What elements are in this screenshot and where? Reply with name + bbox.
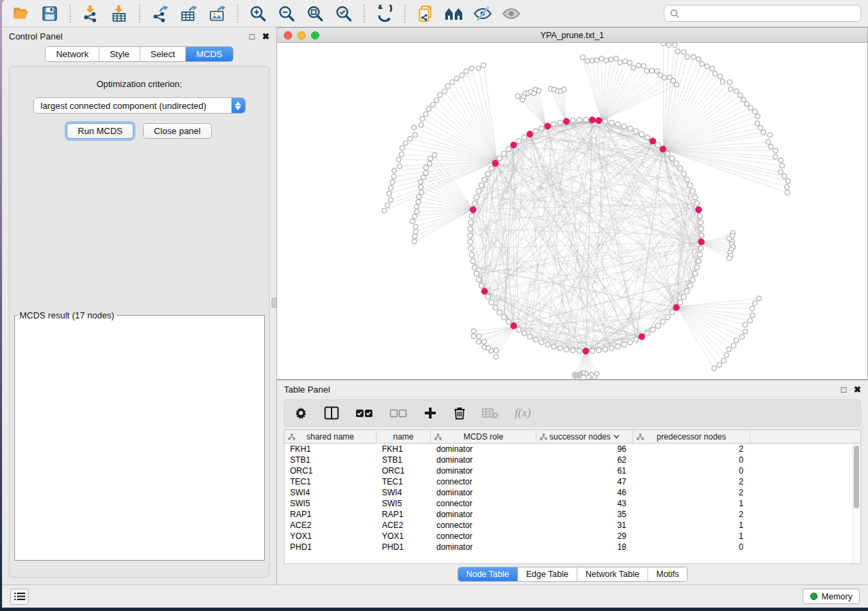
zoom-fit-icon[interactable] [303, 3, 327, 24]
graph-node[interactable] [645, 68, 649, 73]
graph-node[interactable] [726, 347, 731, 352]
graph-node[interactable] [727, 80, 732, 84]
graph-node[interactable] [748, 318, 752, 323]
graph-node[interactable] [773, 148, 778, 153]
graph-node[interactable] [493, 305, 498, 310]
tab-style[interactable]: Style [99, 47, 140, 61]
network-window-titlebar[interactable]: YPA_prune.txt_1 [277, 28, 867, 43]
graph-node[interactable] [766, 139, 771, 144]
graph-node[interactable] [698, 220, 704, 225]
export-network-icon[interactable] [148, 3, 172, 24]
graph-node[interactable] [551, 344, 557, 350]
graph-node[interactable] [528, 334, 533, 340]
graph-node[interactable] [645, 135, 650, 140]
graph-node[interactable] [577, 118, 582, 123]
graph-node[interactable] [700, 61, 705, 66]
add-column-icon[interactable] [423, 405, 437, 421]
graph-node[interactable] [690, 188, 696, 194]
graph-node[interactable] [705, 64, 709, 69]
graph-node[interactable] [639, 131, 645, 137]
network-canvas[interactable] [277, 43, 867, 379]
graph-node[interactable] [468, 233, 473, 238]
graph-node[interactable] [590, 59, 594, 63]
graph-node[interactable] [506, 319, 511, 325]
run-mcds-button[interactable]: Run MCDS [67, 123, 133, 139]
graph-node[interactable] [590, 348, 595, 354]
graph-node[interactable] [748, 105, 753, 110]
graph-node[interactable] [654, 69, 659, 73]
graph-node[interactable] [722, 359, 726, 363]
graph-node[interactable] [681, 171, 687, 177]
graph-node[interactable] [670, 310, 675, 316]
split-view-icon[interactable] [324, 405, 339, 421]
graph-node[interactable] [419, 190, 424, 195]
graph-node[interactable] [577, 348, 582, 354]
graph-node[interactable] [767, 133, 772, 137]
graph-node[interactable] [649, 68, 654, 73]
graph-node[interactable] [602, 119, 608, 125]
graph-node[interactable] [412, 239, 417, 244]
graph-node[interactable] [734, 337, 739, 342]
graph-node[interactable] [558, 346, 563, 351]
graph-node[interactable] [670, 156, 675, 161]
graph-node[interactable] [685, 177, 690, 182]
search-input[interactable] [684, 9, 855, 18]
graph-node[interactable] [482, 340, 487, 344]
column-settings-icon[interactable] [294, 405, 308, 421]
graph-node[interactable] [468, 240, 473, 245]
graph-node[interactable] [474, 195, 479, 200]
table-row[interactable]: STB1STB1dominator620 [285, 455, 861, 465]
graph-node[interactable] [615, 122, 621, 127]
graph-node[interactable] [516, 327, 521, 333]
graph-node[interactable] [421, 175, 425, 180]
graph-node[interactable] [650, 327, 656, 333]
graph-node[interactable] [476, 65, 481, 70]
graph-node[interactable] [415, 210, 419, 214]
memory-button[interactable]: Memory [803, 589, 860, 604]
zoom-selected-icon[interactable] [332, 3, 356, 24]
graph-node[interactable] [413, 133, 417, 137]
graph-node[interactable] [738, 93, 743, 97]
graph-node[interactable] [675, 49, 680, 54]
graph-node[interactable] [502, 314, 507, 320]
table-row[interactable]: TEC1TEC1connector472 [285, 476, 861, 487]
graph-node[interactable] [718, 74, 722, 79]
column-header-name[interactable]: name [376, 430, 431, 443]
graph-node[interactable] [413, 224, 418, 229]
function-builder-icon[interactable]: f(x) [515, 405, 531, 421]
graph-node[interactable] [434, 98, 439, 103]
graph-node[interactable] [691, 54, 696, 59]
graph-node[interactable] [631, 65, 636, 70]
graph-node[interactable] [634, 129, 639, 134]
graph-node[interactable] [403, 141, 408, 146]
graph-node[interactable] [468, 246, 474, 251]
search-field[interactable] [664, 5, 861, 22]
graph-node[interactable] [479, 182, 485, 188]
table-row[interactable]: RAP1RAP1dominator352 [285, 509, 861, 520]
graph-node[interactable] [609, 120, 615, 126]
graph-node[interactable] [580, 55, 585, 60]
graph-hub-node[interactable] [527, 131, 533, 137]
graph-hub-node[interactable] [673, 304, 679, 310]
graph-node[interactable] [474, 271, 479, 276]
close-panel-button[interactable]: Close panel [143, 123, 212, 139]
graph-node[interactable] [471, 329, 476, 333]
graph-node[interactable] [697, 214, 703, 219]
table-scrollbar-thumb[interactable] [854, 446, 859, 508]
save-session-icon[interactable] [37, 3, 62, 24]
graph-node[interactable] [481, 63, 486, 67]
graph-node[interactable] [489, 166, 494, 171]
graph-hub-node[interactable] [492, 160, 498, 166]
graph-node[interactable] [773, 154, 777, 159]
tab-mcds[interactable]: MCDS [185, 47, 232, 61]
show-all-icon[interactable] [499, 3, 524, 24]
graph-node[interactable] [414, 204, 419, 209]
graph-node[interactable] [677, 166, 683, 171]
graph-node[interactable] [468, 220, 474, 225]
graph-node[interactable] [785, 191, 790, 195]
table-row[interactable]: PHD1PHD1dominator180 [285, 542, 861, 552]
graph-node[interactable] [515, 94, 520, 99]
graph-node[interactable] [489, 300, 494, 306]
graph-node[interactable] [412, 214, 417, 219]
graph-node[interactable] [437, 93, 442, 97]
